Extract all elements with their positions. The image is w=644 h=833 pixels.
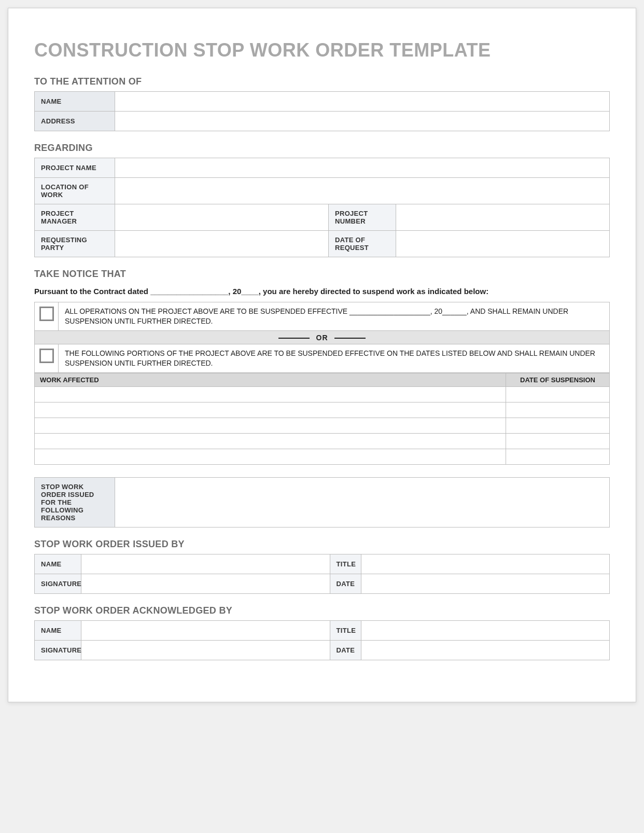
- attention-table: NAME ADDRESS: [34, 91, 610, 131]
- work-affected-table: WORK AFFECTED DATE OF SUSPENSION: [34, 373, 610, 465]
- ack-name-label: NAME: [35, 620, 81, 640]
- issued-name-label: NAME: [35, 554, 81, 574]
- attention-name-label: NAME: [35, 92, 115, 112]
- project-number-cell: [396, 204, 610, 231]
- section-heading-attention: TO THE ATTENTION OF: [34, 76, 610, 87]
- notice-options-table: ALL OPERATIONS ON THE PROJECT ABOVE ARE …: [34, 302, 610, 373]
- date-suspension-input-4[interactable]: [511, 453, 604, 461]
- table-row: [35, 418, 610, 433]
- page-title: CONSTRUCTION STOP WORK ORDER TEMPLATE: [34, 39, 610, 61]
- section-heading-notice: TAKE NOTICE THAT: [34, 269, 610, 280]
- or-divider: OR: [35, 331, 610, 344]
- ack-title-label: TITLE: [330, 620, 361, 640]
- option1-check-cell: [35, 302, 59, 331]
- table-row: [35, 449, 610, 464]
- location-cell: [115, 178, 610, 204]
- requesting-party-input[interactable]: [121, 240, 322, 248]
- issued-name-input[interactable]: [88, 560, 324, 568]
- date-suspension-input-2[interactable]: [511, 422, 604, 429]
- attention-address-label: ADDRESS: [35, 112, 115, 131]
- project-manager-label: PROJECT MANAGER: [35, 204, 115, 231]
- ack-name-input[interactable]: [88, 627, 324, 634]
- notice-intro: Pursuant to the Contract dated _________…: [34, 286, 610, 297]
- table-row: [35, 386, 610, 402]
- work-affected-header: WORK AFFECTED: [35, 373, 506, 386]
- ack-title-input[interactable]: [368, 627, 604, 634]
- date-of-request-cell: [396, 231, 610, 257]
- issued-title-input[interactable]: [368, 560, 604, 568]
- date-suspension-input-3[interactable]: [511, 437, 604, 445]
- option2-checkbox[interactable]: [39, 349, 54, 363]
- section-heading-regarding: REGARDING: [34, 143, 610, 154]
- or-label: OR: [316, 334, 328, 342]
- option2-text: THE FOLLOWING PORTIONS OF THE PROJECT AB…: [59, 344, 610, 373]
- project-name-label: PROJECT NAME: [35, 158, 115, 178]
- project-name-cell: [115, 158, 610, 178]
- issued-date-label: DATE: [330, 574, 361, 593]
- option1-text: ALL OPERATIONS ON THE PROJECT ABOVE ARE …: [59, 302, 610, 331]
- date-suspension-header: DATE OF SUSPENSION: [506, 373, 610, 386]
- project-manager-input[interactable]: [121, 214, 322, 221]
- section-heading-issued-by: STOP WORK ORDER ISSUED BY: [34, 539, 610, 550]
- attention-address-cell: [115, 112, 610, 131]
- work-affected-input-1[interactable]: [40, 406, 500, 414]
- attention-address-input[interactable]: [121, 117, 603, 125]
- work-affected-input-2[interactable]: [40, 422, 500, 429]
- project-number-label: PROJECT NUMBER: [329, 204, 396, 231]
- reasons-input[interactable]: [121, 498, 603, 506]
- date-suspension-input-1[interactable]: [511, 406, 604, 414]
- requesting-party-cell: [115, 231, 329, 257]
- work-affected-input-4[interactable]: [40, 453, 500, 461]
- document-page: CONSTRUCTION STOP WORK ORDER TEMPLATE TO…: [8, 8, 636, 702]
- attention-name-input[interactable]: [121, 98, 603, 105]
- ack-signature-input[interactable]: [88, 646, 324, 654]
- or-line-right: [334, 338, 366, 339]
- project-manager-cell: [115, 204, 329, 231]
- project-name-input[interactable]: [121, 164, 603, 172]
- location-input[interactable]: [121, 187, 603, 195]
- section-heading-acknowledged-by: STOP WORK ORDER ACKNOWLEDGED BY: [34, 605, 610, 616]
- option1-checkbox[interactable]: [39, 307, 54, 321]
- attention-name-cell: [115, 92, 610, 112]
- requesting-party-label: REQUESTING PARTY: [35, 231, 115, 257]
- acknowledged-by-table: NAME TITLE SIGNATURE DATE: [34, 620, 610, 660]
- issued-date-input[interactable]: [368, 580, 604, 588]
- work-affected-input-0[interactable]: [40, 391, 500, 398]
- issued-signature-label: SIGNATURE: [35, 574, 81, 593]
- work-affected-input-3[interactable]: [40, 437, 500, 445]
- reasons-label: STOP WORK ORDER ISSUED FOR THE FOLLOWING…: [35, 477, 115, 527]
- ack-date-label: DATE: [330, 640, 361, 660]
- option2-check-cell: [35, 344, 59, 373]
- reasons-table: STOP WORK ORDER ISSUED FOR THE FOLLOWING…: [34, 477, 610, 527]
- location-label: LOCATION OF WORK: [35, 178, 115, 204]
- table-row: [35, 433, 610, 449]
- table-row: [35, 402, 610, 418]
- date-of-request-input[interactable]: [402, 240, 603, 248]
- issued-title-label: TITLE: [330, 554, 361, 574]
- reasons-cell: [115, 477, 610, 527]
- date-suspension-input-0[interactable]: [511, 391, 604, 398]
- issued-by-table: NAME TITLE SIGNATURE DATE: [34, 554, 610, 594]
- date-of-request-label: DATE OF REQUEST: [329, 231, 396, 257]
- ack-date-input[interactable]: [368, 646, 604, 654]
- regarding-table: PROJECT NAME LOCATION OF WORK PROJECT MA…: [34, 158, 610, 257]
- ack-signature-label: SIGNATURE: [35, 640, 81, 660]
- or-line-left: [278, 338, 310, 339]
- project-number-input[interactable]: [402, 214, 603, 221]
- issued-signature-input[interactable]: [88, 580, 324, 588]
